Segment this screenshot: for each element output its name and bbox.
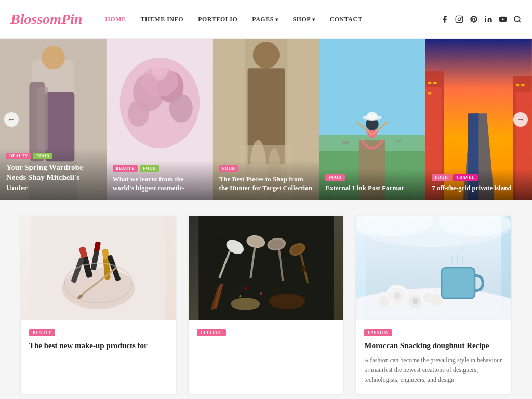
nav-theme-info[interactable]: THEME INFO [134, 0, 191, 39]
logo-accent: Pin [61, 11, 82, 27]
post-card-2-tag: CULTURE [197, 329, 226, 336]
post-card-3[interactable]: FASHION Moroccan Snacking doughnut Recip… [356, 216, 511, 394]
svg-point-37 [367, 112, 378, 120]
post-card-1-tag: BEAUTY [29, 329, 55, 336]
svg-line-35 [373, 122, 389, 135]
slide-4-title: External Link Post Format [325, 184, 419, 193]
slide-1-title: Your Spring Wardrobe Needs Shay Mitchell… [6, 163, 100, 193]
post-card-3-body: FASHION Moroccan Snacking doughnut Recip… [356, 320, 511, 394]
svg-point-19 [128, 100, 149, 127]
header: BlossomPin HOME THEME INFO PORTFOLIO PAG… [0, 0, 532, 39]
svg-point-84 [269, 294, 305, 309]
slide-3[interactable]: FOOD The Best Pieces to Shop from the Hu… [213, 39, 320, 200]
nav-contact[interactable]: CONTACT [323, 0, 370, 39]
post-card-2-image [189, 216, 344, 320]
svg-rect-25 [247, 68, 285, 164]
youtube-icon[interactable] [499, 15, 507, 23]
slide-5-tag-food: FOOD [432, 174, 451, 181]
slide-3-tag-food: FOOD [219, 165, 238, 172]
svg-point-100 [379, 296, 390, 307]
svg-rect-46 [428, 82, 431, 84]
post-card-1-body: BEAUTY The best new make-up products for [21, 320, 176, 364]
post-card-3-excerpt: A fashion can become the prevailing styl… [364, 355, 503, 385]
svg-point-78 [260, 292, 262, 295]
search-icon[interactable] [513, 15, 522, 23]
svg-rect-12 [37, 87, 48, 151]
svg-line-34 [356, 122, 373, 135]
main-content: BEAUTY The best new make-up products for [0, 200, 532, 399]
instagram-icon[interactable] [455, 15, 463, 23]
slide-2[interactable]: BEAUTY FOOD What we learnt from the worl… [107, 39, 213, 200]
slide-2-tag-beauty: BEAUTY [113, 165, 138, 172]
post-card-1[interactable]: BEAUTY The best new make-up products for [21, 216, 176, 394]
slider-prev-button[interactable]: ← [4, 112, 19, 127]
svg-point-38 [341, 141, 350, 144]
post-card-3-title: Moroccan Snacking doughnut Recipe [364, 340, 503, 351]
svg-point-21 [152, 61, 168, 81]
svg-point-11 [42, 46, 65, 69]
facebook-icon[interactable] [441, 15, 449, 23]
slide-3-overlay: FOOD The Best Pieces to Shop from the Hu… [213, 160, 320, 200]
slide-5-overlay: FOOD TRAVEL 7 off-the-grid private islan… [425, 169, 532, 200]
post-card-3-tag: FASHION [364, 329, 392, 336]
svg-point-79 [275, 289, 278, 292]
svg-point-81 [239, 295, 241, 297]
svg-line-6 [519, 21, 521, 22]
svg-rect-0 [456, 16, 462, 22]
pinterest-icon[interactable] [470, 15, 478, 23]
slide-5-tag-travel: TRAVEL [453, 174, 477, 181]
slide-2-tag-food: FOOD [140, 165, 159, 172]
linkedin-icon[interactable] [484, 15, 493, 23]
svg-point-20 [169, 94, 193, 122]
nav-shop[interactable]: SHOP ▾ [285, 0, 322, 39]
svg-rect-64 [198, 216, 334, 320]
svg-point-33 [366, 118, 379, 131]
nav-portfolio[interactable]: PORTFOLIO [191, 0, 245, 39]
slide-1-tag-food: FOOD [33, 153, 52, 159]
post-card-2[interactable]: CULTURE [189, 216, 344, 394]
svg-point-85 [231, 298, 260, 310]
svg-point-39 [396, 140, 402, 142]
svg-point-3 [485, 16, 486, 17]
svg-rect-47 [434, 82, 437, 84]
svg-point-2 [461, 17, 461, 18]
svg-point-16 [133, 74, 165, 111]
slide-1[interactable]: BEAUTY FOOD Your Spring Wardrobe Needs S… [0, 39, 107, 200]
slide-4-tag-food: FOOD [325, 174, 344, 181]
slide-4-overlay: FOOD External Link Post Format [319, 169, 425, 200]
slide-4[interactable]: FOOD External Link Post Format [319, 39, 425, 200]
svg-point-1 [458, 18, 460, 20]
slide-2-overlay: BEAUTY FOOD What we learnt from the worl… [107, 160, 213, 200]
svg-point-17 [157, 71, 183, 102]
post-card-1-title: The best new make-up products for [29, 340, 168, 351]
logo-text: Blossom [10, 11, 61, 27]
svg-point-18 [141, 66, 178, 96]
svg-rect-90 [443, 269, 474, 297]
slide-3-title: The Best Pieces to Shop from the Hunter … [219, 175, 313, 193]
shop-chevron-icon: ▾ [312, 17, 315, 22]
slider-next-button[interactable]: → [513, 112, 528, 127]
svg-point-24 [252, 42, 279, 68]
nav-pages[interactable]: PAGES ▾ [245, 0, 285, 39]
slide-5[interactable]: FOOD TRAVEL 7 off-the-grid private islan… [425, 39, 532, 200]
svg-point-97 [413, 298, 419, 304]
svg-point-101 [430, 294, 443, 306]
svg-rect-49 [516, 84, 519, 86]
svg-point-15 [119, 58, 200, 148]
svg-point-5 [514, 16, 520, 22]
svg-point-36 [363, 115, 382, 120]
post-card-2-body: CULTURE [189, 320, 344, 349]
posts-grid: BEAUTY The best new make-up products for [21, 216, 511, 394]
svg-point-77 [244, 287, 247, 290]
slide-2-title: What we learnt from the world's biggest … [113, 175, 207, 193]
nav-home[interactable]: HOME [98, 0, 134, 39]
hero-slider: BEAUTY FOOD Your Spring Wardrobe Needs S… [0, 39, 532, 200]
main-nav: HOME THEME INFO PORTFOLIO PAGES ▾ SHOP ▾… [98, 0, 441, 39]
slide-5-title: 7 off-the-grid private island [432, 184, 526, 193]
pages-chevron-icon: ▾ [275, 17, 278, 22]
logo[interactable]: BlossomPin [10, 11, 83, 28]
slide-1-tag-beauty: BEAUTY [6, 153, 31, 159]
post-card-3-image [356, 216, 511, 320]
header-social-icons [441, 15, 522, 23]
svg-point-94 [386, 285, 409, 308]
